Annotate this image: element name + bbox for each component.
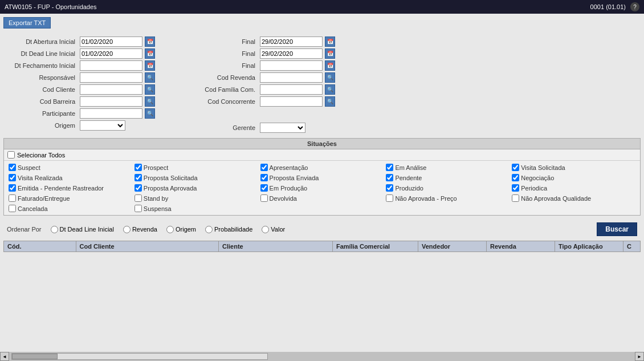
scroll-right-arrow[interactable]: ► [635, 352, 644, 361]
em-analise-label[interactable]: Em Análise [395, 164, 426, 171]
nao-aprovada-preco-checkbox[interactable] [386, 194, 393, 202]
cod-cliente-input[interactable] [80, 84, 142, 95]
negociacao-checkbox[interactable] [512, 174, 519, 181]
participante-search-icon[interactable] [145, 108, 155, 119]
scroll-left-arrow[interactable]: ◄ [0, 352, 9, 361]
prospect-label[interactable]: Prospect [144, 164, 168, 171]
select-all-checkbox[interactable] [7, 151, 15, 159]
order-revenda-label[interactable]: Revenda [132, 226, 157, 233]
order-revenda-radio[interactable] [123, 226, 131, 233]
cod-barreira-search-icon[interactable] [145, 96, 155, 107]
cal-final-abertura-icon[interactable] [325, 36, 335, 47]
devolvida-label[interactable]: Devolvida [270, 195, 297, 202]
nao-aprovada-preco-label[interactable]: Não Aprovada - Preço [395, 195, 456, 202]
negociacao-label[interactable]: Negociação [521, 175, 554, 181]
order-dt-deadline-radio[interactable] [51, 226, 58, 233]
visita-realizada-checkbox[interactable] [9, 174, 16, 181]
list-item: Proposta Enviada [259, 173, 385, 182]
proposta-enviada-label[interactable]: Proposta Enviada [270, 175, 319, 181]
proposta-aprovada-label[interactable]: Proposta Aprovada [144, 185, 197, 192]
faturado-checkbox[interactable] [9, 194, 16, 202]
participante-input[interactable] [80, 108, 142, 119]
final-abertura-input[interactable] [260, 36, 323, 47]
em-producao-label[interactable]: Em Produção [270, 185, 308, 192]
stand-by-label[interactable]: Stand by [144, 195, 168, 202]
version-label: 0001 (01.01) [590, 3, 626, 10]
cancelada-checkbox[interactable] [9, 205, 16, 212]
cal-deadline-icon[interactable] [145, 48, 155, 59]
apresentacao-checkbox[interactable] [260, 164, 268, 171]
nao-aprovada-qualidade-label[interactable]: Não Aprovada Qualidade [521, 195, 591, 202]
order-valor-radio[interactable] [262, 226, 269, 233]
responsavel-search-icon[interactable] [145, 72, 155, 83]
cal-abertura-icon[interactable] [145, 36, 155, 47]
cal-final-deadline-icon[interactable] [325, 48, 335, 59]
export-button[interactable]: Exportar TXT [3, 17, 51, 29]
cancelada-label[interactable]: Cancelada [18, 205, 48, 212]
cod-concorrente-input[interactable] [260, 96, 323, 107]
periodica-checkbox[interactable] [512, 184, 519, 192]
suspect-label[interactable]: Suspect [18, 164, 40, 171]
cod-concorrente-search-icon[interactable] [325, 96, 335, 107]
prospect-checkbox[interactable] [134, 164, 142, 171]
order-origem-radio[interactable] [166, 226, 174, 233]
cod-revenda-input[interactable] [260, 72, 323, 83]
apresentacao-label[interactable]: Apresentação [270, 164, 308, 171]
devolvida-checkbox[interactable] [260, 194, 268, 202]
order-origem-label[interactable]: Origem [176, 226, 196, 233]
suspensa-checkbox[interactable] [134, 205, 142, 212]
list-item: Em Produção [259, 184, 385, 192]
order-dt-deadline-label[interactable]: Dt Dead Line Inicial [60, 226, 114, 233]
cod-cliente-search-icon[interactable] [145, 84, 155, 95]
scrollbar-thumb[interactable] [12, 354, 58, 359]
col-cod-cliente: Cod Cliente [76, 241, 218, 252]
label-origem: Origem [3, 122, 78, 129]
em-producao-checkbox[interactable] [260, 184, 268, 192]
periodica-label[interactable]: Periodica [521, 185, 547, 192]
stand-by-checkbox[interactable] [134, 194, 142, 202]
title-bar-right: 0001 (01.01) ? [590, 2, 639, 11]
proposta-solicitada-label[interactable]: Proposta Solicitada [144, 175, 198, 181]
cal-final-fechamento-icon[interactable] [325, 60, 335, 71]
visita-solicitada-label[interactable]: Visita Solicitada [521, 164, 565, 171]
col-cliente: Cliente [219, 241, 333, 252]
faturado-label[interactable]: Faturado/Entregue [18, 195, 70, 202]
proposta-aprovada-checkbox[interactable] [134, 184, 142, 192]
cod-barreira-input[interactable] [80, 96, 142, 107]
visita-realizada-label[interactable]: Visita Realizada [18, 175, 63, 181]
cod-familia-search-icon[interactable] [325, 84, 335, 95]
cod-familia-input[interactable] [260, 84, 323, 95]
em-analise-checkbox[interactable] [386, 164, 393, 171]
proposta-enviada-checkbox[interactable] [260, 174, 268, 181]
app-title: ATW0105 - FUP - Oportunidades [5, 3, 97, 10]
produzido-checkbox[interactable] [386, 184, 393, 192]
help-icon[interactable]: ? [630, 2, 639, 11]
dt-abertura-input[interactable] [80, 36, 142, 47]
buscar-button[interactable]: Buscar [597, 222, 637, 236]
dt-fechamento-input[interactable] [80, 60, 142, 71]
nao-aprovada-qualidade-checkbox[interactable] [512, 194, 519, 202]
cod-revenda-search-icon[interactable] [325, 72, 335, 83]
order-probabilidade-label[interactable]: Probabilidade [214, 226, 252, 233]
order-probabilidade-radio[interactable] [205, 226, 213, 233]
pendente-checkbox[interactable] [386, 174, 393, 181]
proposta-solicitada-checkbox[interactable] [134, 174, 142, 181]
gerente-select[interactable] [260, 123, 305, 133]
order-valor-label[interactable]: Valor [271, 226, 285, 233]
dt-deadline-input[interactable] [80, 48, 142, 59]
pendente-label[interactable]: Pendente [395, 175, 422, 181]
final-fechamento-input[interactable] [260, 60, 323, 71]
cal-fechamento-icon[interactable] [145, 60, 155, 71]
responsavel-input[interactable] [80, 72, 142, 83]
suspect-checkbox[interactable] [9, 164, 16, 171]
produzido-label[interactable]: Produzido [395, 185, 423, 192]
select-all-label[interactable]: Selecionar Todos [17, 152, 65, 159]
final-deadline-input[interactable] [260, 48, 323, 59]
suspensa-label[interactable]: Suspensa [144, 205, 172, 212]
visita-solicitada-checkbox[interactable] [512, 164, 519, 171]
scrollbar-track[interactable] [11, 353, 268, 360]
situacoes-grid: Suspect Prospect Apresentação Em Análise… [4, 161, 640, 215]
emitida-pendente-label[interactable]: Emitida - Pendente Rastreador [18, 185, 104, 192]
origem-select[interactable] [80, 120, 125, 131]
emitida-pendente-checkbox[interactable] [9, 184, 16, 192]
